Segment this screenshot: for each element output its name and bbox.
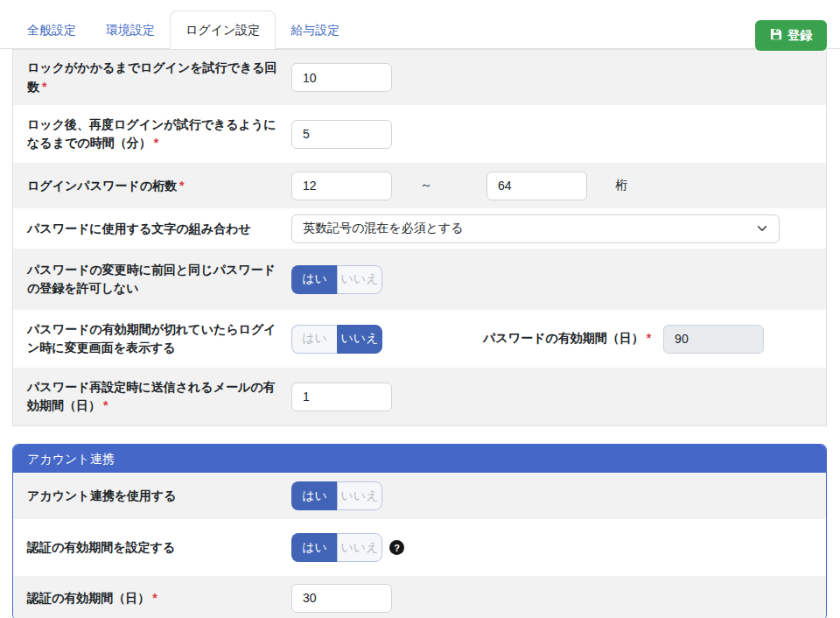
tab-payroll-settings[interactable]: 給与設定 [276, 11, 354, 48]
field-label: ロックがかかるまでログインを試行できる回数* [13, 50, 291, 105]
yes-no-toggle: はい いいえ [291, 265, 382, 294]
field-label: 認証の有効期間を設定する [13, 530, 291, 566]
digits-suffix-label: 桁 [615, 178, 627, 193]
password-validity-days-input [663, 325, 764, 354]
save-button-label: 登録 [788, 28, 812, 44]
toggle-no-button[interactable]: いいえ [337, 533, 382, 562]
required-asterisk: * [647, 331, 651, 345]
toggle-yes-button[interactable]: はい [291, 481, 337, 510]
field-label: パスワードに使用する文字の組み合わせ [13, 211, 291, 248]
tab-bar: 全般設定 環境設定 ログイン設定 給与設定 登録 [0, 0, 840, 49]
lock-attempts-input[interactable] [291, 63, 392, 92]
required-asterisk: * [42, 80, 46, 94]
tab-general-settings[interactable]: 全般設定 [12, 11, 91, 48]
select-value: 英数記号の混在を必須とする [303, 221, 464, 236]
toggle-no-button[interactable]: いいえ [337, 481, 382, 510]
help-icon[interactable]: ? [389, 540, 404, 555]
password-charset-select[interactable]: 英数記号の混在を必須とする [291, 214, 780, 243]
toggle-yes-button[interactable]: はい [291, 533, 337, 562]
yes-no-toggle: はい いいえ [291, 481, 382, 510]
login-settings-table: ロックがかかるまでログインを試行できる回数* ロック後、再度ログインが試行できる… [12, 49, 827, 426]
field-label: パスワードの変更時に前回と同じパスワードの登録を許可しない [13, 252, 291, 307]
row-use-account-link: アカウント連携を使用する はい いいえ [13, 473, 826, 519]
row-reset-mail-validity: パスワード再設定時に送信されるメールの有効期間（日）* [13, 368, 826, 425]
field-label: パスワードの有効期間が切れていたらログイン時に変更画面を表示する [13, 312, 291, 367]
toggle-yes-button[interactable]: はい [291, 325, 337, 354]
field-label: ログインパスワードの桁数* [13, 168, 291, 205]
field-label: パスワード再設定時に送信されるメールの有効期間（日）* [13, 369, 291, 425]
row-disallow-same-password: パスワードの変更時に前回と同じパスワードの登録を許可しない はい いいえ [13, 249, 826, 310]
reset-mail-validity-days-input[interactable] [291, 383, 392, 411]
chevron-down-icon [756, 222, 768, 235]
field-label: ロック後、再度ログインが試行できるようになるまでの時間（分）* [13, 107, 291, 162]
yes-no-toggle: はい いいえ [291, 533, 382, 562]
required-asterisk: * [152, 591, 157, 605]
row-set-auth-validity: 認証の有効期間を設定する はい いいえ ? [13, 519, 826, 576]
row-auth-validity-days: 認証の有効期間（日）* [13, 576, 826, 618]
required-asterisk: * [179, 179, 184, 193]
password-validity-days-label: パスワードの有効期間（日）* [483, 331, 651, 347]
row-password-charset: パスワードに使用する文字の組み合わせ 英数記号の混在を必須とする [13, 208, 826, 249]
account-link-section: アカウント連携 アカウント連携を使用する はい いいえ 認証の有効期間を設定する… [12, 444, 827, 618]
password-min-length-input[interactable] [291, 172, 392, 200]
required-asterisk: * [154, 136, 158, 150]
row-lock-attempts: ロックがかかるまでログインを試行できる回数* [13, 50, 826, 105]
row-password-length: ログインパスワードの桁数* ～ 桁 [13, 163, 826, 208]
save-icon [770, 28, 782, 43]
password-max-length-input[interactable] [486, 172, 587, 200]
section-header: アカウント連携 [13, 445, 826, 473]
tab-environment-settings[interactable]: 環境設定 [91, 11, 170, 48]
field-label: 認証の有効期間（日）* [13, 580, 291, 617]
toggle-no-button[interactable]: いいえ [337, 325, 382, 354]
range-separator: ～ [420, 178, 432, 193]
save-button[interactable]: 登録 [755, 20, 827, 51]
required-asterisk: * [103, 398, 108, 412]
unlock-wait-minutes-input[interactable] [291, 120, 392, 149]
field-label: アカウント連携を使用する [13, 478, 291, 515]
row-unlock-wait-time: ロック後、再度ログインが試行できるようになるまでの時間（分）* [13, 105, 826, 163]
toggle-yes-button[interactable]: はい [291, 265, 337, 294]
toggle-no-button[interactable]: いいえ [337, 265, 382, 294]
row-password-expiry-screen: パスワードの有効期間が切れていたらログイン時に変更画面を表示する はい いいえ … [13, 310, 826, 368]
auth-validity-days-input[interactable] [291, 584, 392, 613]
tab-login-settings[interactable]: ログイン設定 [170, 11, 276, 49]
yes-no-toggle: はい いいえ [291, 325, 382, 354]
